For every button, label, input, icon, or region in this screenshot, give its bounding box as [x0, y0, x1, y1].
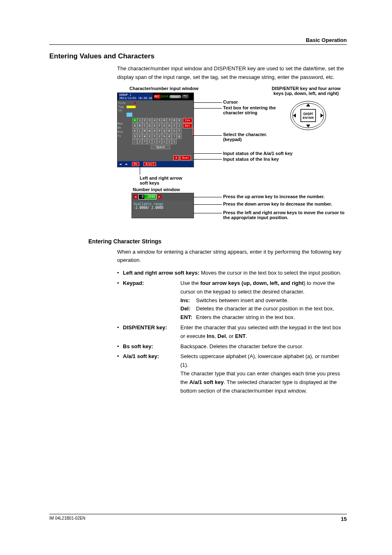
caption-char-window: Character/number input window — [129, 86, 198, 91]
disp-label: DISP — [161, 95, 168, 98]
label-lr-move: Press the left and right arrow keys to m… — [223, 210, 346, 220]
item-aa1: • A/a/1 soft key: Selects uppercase alph… — [117, 352, 347, 395]
ins-button: Ins — [183, 118, 192, 123]
left-arrow-icon: ◄ — [119, 162, 121, 166]
intro-paragraph: The character/number input window and DI… — [117, 65, 347, 82]
item-bs: • Bs soft key: Backspace. Deletes the ch… — [117, 342, 347, 351]
status-a: A — [173, 155, 179, 160]
subtitle: Entering Character Strings — [88, 238, 347, 245]
sub-intro: When a window for entering a character s… — [117, 248, 347, 265]
item-lr-keys: • Left and right arrow soft keys: Moves … — [117, 269, 347, 278]
header-section: Basic Operation — [49, 37, 347, 45]
ent-button: ENT — [193, 128, 194, 135]
svg-marker-3 — [306, 104, 310, 106]
space-key: Space — [151, 145, 170, 149]
time-badge: 1hour — [169, 95, 181, 98]
label-arrows: Left and right arrow soft keys — [140, 176, 185, 185]
text-entry-box — [127, 106, 136, 108]
title-bar: GROUP 12011/12/01 10:20:10 REC DISP 1hou… — [118, 93, 194, 100]
cursor-dot — [134, 102, 136, 104]
svg-text:ENTER: ENTER — [302, 116, 314, 120]
header-text: Basic Operation — [306, 37, 347, 43]
window-body: Fire Tag Ch 0 123456789 Ins ABCDEFGHIJ D… — [118, 100, 194, 118]
del-button: Del — [183, 123, 192, 128]
label-num-window: Number input window — [133, 187, 180, 192]
label-up-inc: Press the up arrow key to increase the n… — [223, 194, 325, 199]
bs-softkey: Bs — [132, 162, 139, 166]
keypad: 0 123456789 Ins ABCDEFGHIJ Del KLMNOPQRS… — [132, 118, 192, 149]
svg-marker-5 — [293, 113, 296, 118]
page-title: Entering Values and Characters — [49, 52, 347, 60]
disp-enter-key: DISP/ ENTER — [290, 100, 327, 131]
label-select-char: Select the character. (keypad) — [223, 132, 277, 142]
label-cursor: Cursor — [223, 99, 238, 104]
camera-icon: 📷 — [182, 95, 189, 98]
title-group: GROUP 12011/12/01 10:20:10 — [118, 93, 153, 100]
rec-badge: REC — [154, 95, 161, 99]
page-number: 15 — [341, 516, 347, 522]
left-arrow-red: ◄ — [133, 195, 138, 199]
label-status-a: Input status of the A/a/1 soft key — [223, 151, 293, 156]
diagram-area: Character/number input window DISP/ENTER… — [117, 86, 347, 226]
aa1-softkey: A/a/1 — [143, 162, 156, 166]
right-arrow-red: ► — [157, 195, 162, 199]
page: Basic Operation Entering Values and Char… — [0, 0, 392, 555]
label-down-dec: Press the down arrow key to decrease the… — [223, 201, 332, 206]
status-over: Over — [180, 155, 191, 160]
caption-disp-key: DISP/ENTER key and four arrow keys (up, … — [269, 86, 343, 96]
selection-box — [127, 113, 132, 117]
svg-text:DISP/: DISP/ — [303, 112, 313, 116]
item-disp-enter: • DISP/ENTER key: Enter the character th… — [117, 324, 347, 341]
label-status-ins: Input status of the Ins key — [223, 157, 279, 162]
page-footer: IM 04L21B01-02EN 15 — [49, 514, 347, 522]
right-arrow-icon: ► — [125, 162, 127, 166]
doc-id: IM 04L21B01-02EN — [49, 516, 85, 522]
svg-marker-6 — [321, 113, 323, 118]
char-input-window: GROUP 12011/12/01 10:20:10 REC DISP 1hou… — [117, 92, 194, 167]
bottom-bar: ◄ ► Bs A/a/1 — [118, 161, 194, 167]
key-operations-list: • Left and right arrow soft keys: Moves … — [117, 269, 347, 395]
svg-marker-4 — [306, 125, 310, 127]
label-textbox: Text box for entering the character stri… — [223, 105, 277, 115]
item-keypad: • Keypad: Use the four arrow keys (up, d… — [117, 279, 347, 322]
number-input-window: ◄ -0 .2000 ► Available range -2.0000/ 2.… — [131, 193, 194, 218]
